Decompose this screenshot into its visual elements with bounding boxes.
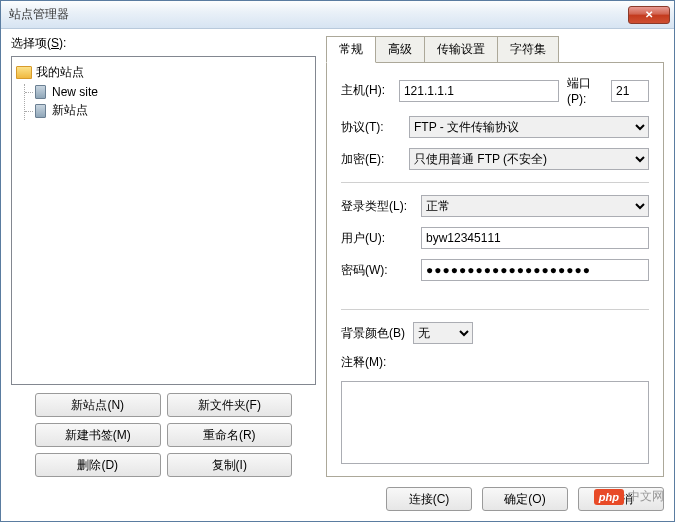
logon-type-select[interactable]: 正常 <box>421 195 649 217</box>
row-password: 密码(W): <box>341 259 649 281</box>
connect-button[interactable]: 连接(C) <box>386 487 472 511</box>
row-protocol: 协议(T): FTP - 文件传输协议 <box>341 116 649 138</box>
divider <box>341 309 649 310</box>
site-tree[interactable]: 我的站点 New site 新站点 <box>11 56 316 385</box>
tab-general[interactable]: 常规 <box>326 36 376 63</box>
tree-root-label: 我的站点 <box>36 64 84 81</box>
window-title: 站点管理器 <box>9 6 628 23</box>
port-input[interactable] <box>611 80 649 102</box>
tab-advanced[interactable]: 高级 <box>375 36 425 63</box>
user-input[interactable] <box>421 227 649 249</box>
tab-charset[interactable]: 字符集 <box>497 36 559 63</box>
row-user: 用户(U): <box>341 227 649 249</box>
port-label: 端口(P): <box>567 75 603 106</box>
site-buttons: 新站点(N) 新文件夹(F) 新建书签(M) 重命名(R) 删除(D) 复制(I… <box>11 393 316 477</box>
host-input[interactable] <box>399 80 559 102</box>
new-bookmark-button[interactable]: 新建书签(M) <box>35 423 161 447</box>
site-manager-window: 站点管理器 ✕ 选择项(S): 我的站点 <box>0 0 675 522</box>
row-logon-type: 登录类型(L): 正常 <box>341 195 649 217</box>
encryption-select[interactable]: 只使用普通 FTP (不安全) <box>409 148 649 170</box>
user-label: 用户(U): <box>341 230 413 247</box>
notes-label: 注释(M): <box>341 354 649 371</box>
tab-content-general: 主机(H): 端口(P): 协议(T): FTP - 文件传输协议 加密(E): <box>326 62 664 477</box>
row-host: 主机(H): 端口(P): <box>341 75 649 106</box>
left-panel: 选择项(S): 我的站点 New site 新站点 <box>11 35 316 477</box>
close-icon: ✕ <box>645 9 653 20</box>
bgcolor-label: 背景颜色(B) <box>341 325 405 342</box>
protocol-select[interactable]: FTP - 文件传输协议 <box>409 116 649 138</box>
host-label: 主机(H): <box>341 82 391 99</box>
ok-button[interactable]: 确定(O) <box>482 487 568 511</box>
tree-root[interactable]: 我的站点 <box>16 63 311 82</box>
folder-icon <box>16 66 32 79</box>
tree-children: New site 新站点 <box>24 84 311 120</box>
delete-button[interactable]: 删除(D) <box>35 453 161 477</box>
password-label: 密码(W): <box>341 262 413 279</box>
password-input[interactable] <box>421 259 649 281</box>
server-icon <box>35 85 46 99</box>
select-entry-label: 选择项(S): <box>11 35 316 52</box>
new-site-button[interactable]: 新站点(N) <box>35 393 161 417</box>
protocol-label: 协议(T): <box>341 119 401 136</box>
watermark-text: 中文网 <box>628 488 664 505</box>
rename-button[interactable]: 重命名(R) <box>167 423 293 447</box>
logon-type-label: 登录类型(L): <box>341 198 413 215</box>
dialog-body: 选择项(S): 我的站点 New site 新站点 <box>1 29 674 521</box>
server-icon <box>35 104 46 118</box>
divider <box>341 182 649 183</box>
watermark-badge: php <box>594 489 624 505</box>
right-panel: 常规 高级 传输设置 字符集 主机(H): 端口(P): 协议(T): <box>326 35 664 477</box>
copy-button[interactable]: 复制(I) <box>167 453 293 477</box>
new-folder-button[interactable]: 新文件夹(F) <box>167 393 293 417</box>
encryption-label: 加密(E): <box>341 151 401 168</box>
tree-item-label: New site <box>52 85 98 99</box>
titlebar: 站点管理器 ✕ <box>1 1 674 29</box>
notes-textarea[interactable] <box>341 381 649 464</box>
row-bgcolor: 背景颜色(B) 无 <box>341 322 649 344</box>
row-encryption: 加密(E): 只使用普通 FTP (不安全) <box>341 148 649 170</box>
bottom-bar: 连接(C) 确定(O) 取消 <box>11 477 664 511</box>
tree-item-xin-zhandian[interactable]: 新站点 <box>35 101 311 120</box>
main-split: 选择项(S): 我的站点 New site 新站点 <box>11 35 664 477</box>
tab-transfer[interactable]: 传输设置 <box>424 36 498 63</box>
watermark: php 中文网 <box>594 488 664 505</box>
tree-item-new-site[interactable]: New site <box>35 84 311 100</box>
tabs: 常规 高级 传输设置 字符集 <box>326 36 664 63</box>
tree-item-label: 新站点 <box>52 102 88 119</box>
close-button[interactable]: ✕ <box>628 6 670 24</box>
bgcolor-select[interactable]: 无 <box>413 322 473 344</box>
